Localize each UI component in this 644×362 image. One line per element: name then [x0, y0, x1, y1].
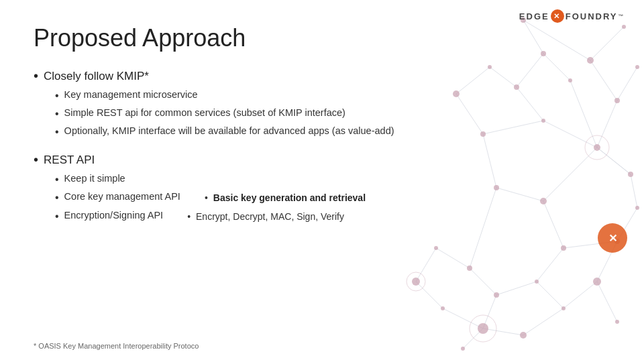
basic-key-gen-text: Basic key generation and retrieval — [213, 191, 366, 205]
svg-line-9 — [597, 282, 617, 322]
encryption-item-ops: Encrypt, Decrypt, MAC, Sign, Verify — [187, 210, 344, 224]
kmip-item-1: Key management microservice — [55, 88, 610, 104]
svg-line-32 — [483, 295, 496, 328]
kmip-item-2: Simple REST api for common services (sub… — [55, 106, 610, 122]
main-bullet-list: Closely follow KMIP* Key management micr… — [34, 68, 610, 225]
svg-point-67 — [467, 265, 472, 271]
svg-line-10 — [564, 282, 597, 308]
svg-point-70 — [441, 306, 445, 310]
section-rest: REST API Keep it simple Core key managem… — [34, 152, 610, 225]
svg-line-29 — [537, 248, 564, 282]
kmip-item-3: Optionally, KMIP interface will be avail… — [55, 124, 610, 140]
svg-line-30 — [537, 282, 564, 308]
svg-line-31 — [496, 282, 537, 295]
logo-trademark: ™ — [619, 13, 626, 19]
svg-line-36 — [416, 248, 436, 282]
rest-sub-list: Keep it simple Core key management API B… — [34, 172, 610, 225]
rest-item-encryption: Encryption/Signing API Encrypt, Decrypt,… — [55, 208, 610, 225]
core-item-basic: Basic key generation and retrieval — [205, 191, 366, 205]
rest-item-simple: Keep it simple — [55, 172, 610, 188]
section-kmip-label: Closely follow KMIP* — [34, 68, 610, 84]
core-sub-list: Basic key generation and retrieval — [186, 191, 366, 206]
svg-point-66 — [494, 292, 499, 298]
kmip-sub-list: Key management microservice Simple REST … — [34, 88, 610, 140]
logo-x-icon: ✕ — [551, 9, 564, 23]
svg-line-33 — [470, 268, 496, 295]
section-rest-label: REST API — [34, 152, 610, 168]
svg-line-12 — [483, 328, 523, 335]
svg-line-38 — [443, 308, 483, 328]
slide-content: Proposed Approach Closely follow KMIP* K… — [0, 0, 644, 251]
svg-point-50 — [615, 320, 619, 324]
section-kmip: Closely follow KMIP* Key management micr… — [34, 68, 610, 140]
svg-point-69 — [412, 278, 420, 286]
svg-point-51 — [561, 306, 566, 310]
slide-title: Proposed Approach — [34, 24, 610, 52]
svg-point-53 — [478, 323, 488, 334]
rest-item-core: Core key management API Basic key genera… — [55, 190, 610, 206]
encryption-sub-list: Encrypt, Decrypt, MAC, Sign, Verify — [168, 210, 344, 225]
footnote: * OASIS Key Management Interoperability … — [34, 342, 199, 350]
logo-foundry-text: FOUNDRY — [566, 11, 618, 21]
edgex-logo: EDGE ✕ FOUNDRY ™ — [519, 9, 625, 23]
svg-line-35 — [436, 248, 470, 268]
svg-line-37 — [416, 282, 443, 308]
svg-point-49 — [593, 278, 601, 286]
svg-point-54 — [461, 347, 465, 351]
svg-point-65 — [535, 280, 539, 284]
logo-edge-text: EDGE — [519, 11, 549, 21]
svg-point-52 — [520, 332, 527, 339]
svg-line-11 — [523, 308, 564, 335]
